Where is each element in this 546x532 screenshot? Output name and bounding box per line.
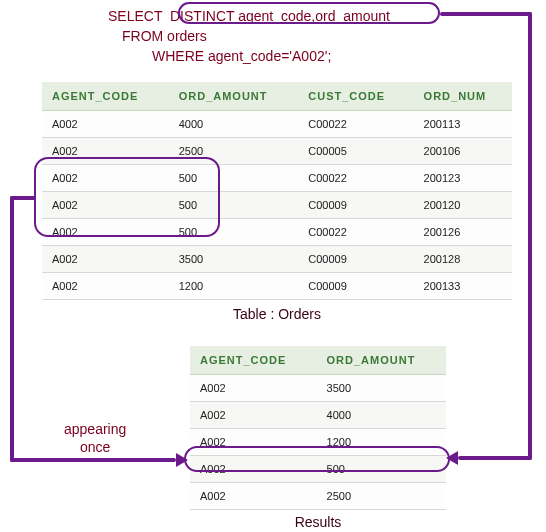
arrow-left-icon	[446, 451, 458, 465]
col-cust-code: CUST_CODE	[298, 82, 413, 111]
table-row: A0023500C00009200128	[42, 246, 512, 273]
table-row: A002500	[190, 456, 446, 483]
orders-table-container: AGENT_CODE ORD_AMOUNT CUST_CODE ORD_NUM …	[42, 82, 512, 300]
table-row: A002500C00009200120	[42, 192, 512, 219]
sql-line-1: SELECT DISTINCT agent_code,ord_amount	[108, 6, 390, 26]
orders-tbody: A0024000C00022200113 A0022500C0000520010…	[42, 111, 512, 300]
sql-query: SELECT DISTINCT agent_code,ord_amount FR…	[108, 6, 390, 66]
orders-caption: Table : Orders	[42, 306, 512, 322]
results-tbody: A0023500 A0024000 A0021200 A002500 A0022…	[190, 375, 446, 510]
appearing-once-label: appearingonce	[60, 420, 130, 456]
table-row: A0024000	[190, 402, 446, 429]
col-ord-num: ORD_NUM	[414, 82, 512, 111]
sql-line-2: FROM orders	[108, 26, 390, 46]
sql-line-3: WHERE agent_code='A002';	[108, 46, 390, 66]
orders-table: AGENT_CODE ORD_AMOUNT CUST_CODE ORD_NUM …	[42, 82, 512, 300]
results-table-container: AGENT_CODE ORD_AMOUNT A0023500 A0024000 …	[190, 346, 446, 510]
arrow-right-icon	[176, 453, 188, 467]
connector-segment	[458, 456, 532, 460]
results-caption: Results	[190, 514, 446, 530]
connector-segment	[528, 12, 532, 460]
table-row: A0022500	[190, 483, 446, 510]
connector-segment	[440, 12, 532, 16]
table-header-row: AGENT_CODE ORD_AMOUNT CUST_CODE ORD_NUM	[42, 82, 512, 111]
sql-select-keyword: SELECT	[108, 8, 170, 24]
connector-segment	[10, 196, 14, 462]
col-agent-code: AGENT_CODE	[190, 346, 317, 375]
results-table: AGENT_CODE ORD_AMOUNT A0023500 A0024000 …	[190, 346, 446, 510]
connector-segment	[10, 458, 176, 462]
table-row: A0024000C00022200113	[42, 111, 512, 138]
table-row: A0021200C00009200133	[42, 273, 512, 300]
sql-distinct-clause: DISTINCT agent_code,ord_amount	[170, 8, 390, 24]
table-row: A002500C00022200123	[42, 165, 512, 192]
col-ord-amount: ORD_AMOUNT	[169, 82, 299, 111]
table-row: A0021200	[190, 429, 446, 456]
table-row: A0022500C00005200106	[42, 138, 512, 165]
table-header-row: AGENT_CODE ORD_AMOUNT	[190, 346, 446, 375]
table-row: A0023500	[190, 375, 446, 402]
table-row: A002500C00022200126	[42, 219, 512, 246]
col-agent-code: AGENT_CODE	[42, 82, 169, 111]
col-ord-amount: ORD_AMOUNT	[317, 346, 446, 375]
